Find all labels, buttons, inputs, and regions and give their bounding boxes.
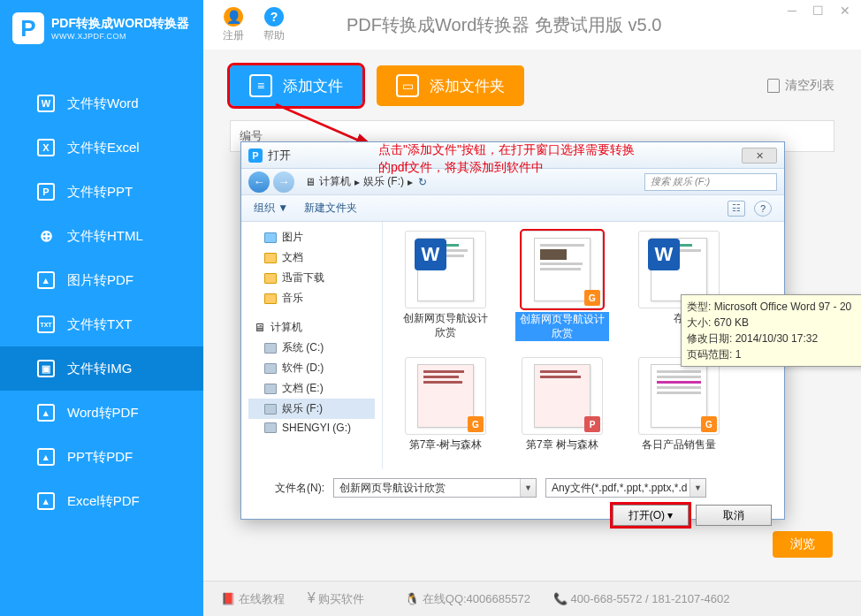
wordpdf-icon: ▴ bbox=[37, 404, 55, 422]
pictures-icon bbox=[264, 232, 277, 243]
annotation-text: 点击"添加文件"按钮，在打开窗口选择需要转换 的pdf文件，将其添加到软件中 bbox=[378, 141, 635, 176]
file-item[interactable]: G 第7章-树与森林 bbox=[399, 357, 492, 452]
logo-subtitle: WWW.XJPDF.COM bbox=[51, 32, 189, 41]
file-item-selected[interactable]: G 创新网页导航设计欣赏 bbox=[515, 231, 609, 341]
file-item[interactable]: P 第7章 树与森林 bbox=[515, 357, 609, 452]
pdf-badge-icon: G bbox=[468, 416, 484, 432]
dialog-close-button[interactable]: ✕ bbox=[742, 148, 777, 164]
drive-icon bbox=[264, 343, 277, 354]
qq-contact[interactable]: 🐧 在线QQ:4006685572 bbox=[405, 591, 530, 607]
close-icon[interactable]: ✕ bbox=[840, 4, 850, 18]
new-folder-button[interactable]: 新建文件夹 bbox=[304, 201, 357, 216]
tutorial-link[interactable]: 📕 在线教程 bbox=[221, 591, 285, 607]
word-file-icon: W bbox=[648, 239, 680, 270]
help-dialog-icon[interactable]: ? bbox=[754, 201, 772, 217]
file-item[interactable]: G 各日产品销售量 bbox=[632, 357, 726, 452]
excelpdf-icon: ▴ bbox=[37, 492, 55, 510]
refresh-icon[interactable]: ↻ bbox=[418, 176, 427, 188]
drive-icon bbox=[264, 384, 277, 394]
register-button[interactable]: 👤 注册 bbox=[223, 7, 244, 43]
nav-back-button[interactable]: ← bbox=[248, 171, 270, 193]
maximize-icon[interactable]: ☐ bbox=[812, 4, 824, 18]
cancel-button[interactable]: 取消 bbox=[696, 505, 772, 526]
tree-item[interactable]: 文档 (E:) bbox=[248, 378, 375, 399]
folder-icon bbox=[264, 273, 277, 284]
filename-input[interactable]: 创新网页导航设计欣赏▼ bbox=[333, 478, 537, 498]
help-icon: ? bbox=[264, 7, 284, 27]
tree-item[interactable]: SHENGYI (G:) bbox=[248, 419, 375, 437]
tree-item-selected[interactable]: 娱乐 (F:) bbox=[248, 399, 375, 419]
word-file-icon: W bbox=[415, 239, 446, 270]
ppt-badge-icon: P bbox=[584, 416, 600, 432]
filetype-filter[interactable]: Any文件(*.pdf,*.ppt,*.pptx,*.d▼ bbox=[545, 478, 706, 498]
chevron-down-icon[interactable]: ▼ bbox=[690, 479, 705, 497]
sidebar-item-html[interactable]: ⊕文件转HTML bbox=[0, 214, 203, 258]
drive-icon bbox=[264, 404, 277, 414]
user-icon: 👤 bbox=[224, 7, 243, 27]
file-item[interactable]: W 创新网页导航设计欣赏 bbox=[399, 231, 492, 341]
help-button[interactable]: ? 帮助 bbox=[263, 7, 285, 43]
sidebar-item-excelpdf[interactable]: ▴Excel转PDF bbox=[0, 479, 203, 523]
folder-icon: ▭ bbox=[396, 74, 419, 97]
topbar: 👤 注册 ? 帮助 PDF转换成Word转换器 免费试用版 v5.0 ─ ☐ ✕ bbox=[203, 0, 861, 49]
html-icon: ⊕ bbox=[37, 227, 55, 245]
clear-list-button[interactable]: 清空列表 bbox=[767, 78, 834, 94]
phone-contact: 📞 400-668-5572 / 181-2107-4602 bbox=[553, 592, 730, 605]
open-button[interactable]: 打开(O) ▾ bbox=[613, 505, 689, 526]
organize-menu[interactable]: 组织 ▼ bbox=[254, 201, 288, 216]
tree-item[interactable]: 迅雷下载 bbox=[248, 268, 375, 288]
logo-icon: P bbox=[12, 12, 44, 44]
tree-item[interactable]: 软件 (D:) bbox=[248, 358, 375, 378]
chevron-down-icon[interactable]: ▼ bbox=[520, 479, 536, 497]
file-tooltip: 类型: Microsoft Office Word 97 - 20 大小: 67… bbox=[681, 294, 861, 367]
pdf-badge-icon: G bbox=[701, 416, 717, 432]
nav-list: W文件转Word X文件转Excel P文件转PPT ⊕文件转HTML ▴图片转… bbox=[0, 81, 203, 523]
add-file-button[interactable]: ≡ 添加文件 bbox=[230, 65, 362, 106]
dialog-toolbar: 组织 ▼ 新建文件夹 ☷ ? bbox=[241, 195, 784, 222]
drive-icon bbox=[264, 422, 277, 433]
browse-button[interactable]: 浏览 bbox=[773, 531, 833, 558]
search-input[interactable]: 搜索 娱乐 (F:) bbox=[644, 173, 777, 191]
ppt-icon: P bbox=[37, 183, 55, 201]
sidebar-item-wordpdf[interactable]: ▴Word转PDF bbox=[0, 391, 203, 435]
view-icon[interactable]: ☷ bbox=[728, 201, 745, 217]
minimize-icon[interactable]: ─ bbox=[788, 4, 796, 18]
file-icon: ≡ bbox=[249, 74, 272, 97]
sidebar-item-img[interactable]: ▣文件转IMG bbox=[0, 346, 203, 391]
excel-icon: X bbox=[37, 139, 55, 156]
sidebar-item-pptpdf[interactable]: ▴PPT转PDF bbox=[0, 435, 203, 479]
img-icon: ▣ bbox=[37, 360, 55, 377]
add-folder-button[interactable]: ▭ 添加文件夹 bbox=[377, 65, 524, 106]
computer-icon: 🖥 bbox=[254, 321, 265, 334]
sidebar: P PDF转换成WORD转换器 WWW.XJPDF.COM W文件转Word X… bbox=[0, 0, 203, 616]
app-logo: P PDF转换成WORD转换器 WWW.XJPDF.COM bbox=[0, 0, 203, 51]
sidebar-item-txt[interactable]: TXT文件转TXT bbox=[0, 302, 203, 346]
dialog-icon: P bbox=[248, 148, 263, 163]
drive-icon bbox=[264, 363, 277, 374]
sidebar-item-excel[interactable]: X文件转Excel bbox=[0, 125, 203, 170]
folder-icon bbox=[264, 293, 277, 304]
tree-item[interactable]: 图片 bbox=[248, 227, 375, 247]
folder-tree: 图片 文档 迅雷下载 音乐 🖥计算机 系统 (C:) 软件 (D:) 文档 (E… bbox=[241, 222, 383, 469]
folder-icon bbox=[264, 253, 277, 263]
logo-text: PDF转换成WORD转换器 bbox=[51, 16, 189, 32]
app-title: PDF转换成Word转换器 免费试用版 v5.0 bbox=[347, 13, 661, 37]
pdf-badge-icon: G bbox=[584, 290, 600, 306]
tree-item[interactable]: 系统 (C:) bbox=[248, 338, 375, 358]
tree-item[interactable]: 音乐 bbox=[248, 288, 375, 308]
nav-forward-button[interactable]: → bbox=[273, 171, 294, 193]
imgpdf-icon: ▴ bbox=[37, 271, 55, 289]
action-bar: ≡ 添加文件 ▭ 添加文件夹 清空列表 bbox=[230, 65, 834, 106]
tree-item-computer[interactable]: 🖥计算机 bbox=[248, 317, 375, 338]
filename-label: 文件名(N): bbox=[254, 481, 324, 496]
sidebar-item-imgpdf[interactable]: ▴图片转PDF bbox=[0, 258, 203, 302]
tree-item[interactable]: 文档 bbox=[248, 247, 375, 268]
buy-link[interactable]: ¥ 购买软件 bbox=[308, 590, 365, 607]
trash-icon bbox=[767, 79, 780, 93]
breadcrumb[interactable]: 🖥计算机▸娱乐 (F:)▸ bbox=[305, 174, 413, 189]
word-icon: W bbox=[37, 95, 55, 112]
sidebar-item-ppt[interactable]: P文件转PPT bbox=[0, 170, 203, 214]
window-controls: ─ ☐ ✕ bbox=[788, 4, 850, 18]
sidebar-item-word[interactable]: W文件转Word bbox=[0, 81, 203, 125]
footer: 📕 在线教程 ¥ 购买软件 🐧 在线QQ:4006685572 📞 400-66… bbox=[203, 581, 861, 616]
